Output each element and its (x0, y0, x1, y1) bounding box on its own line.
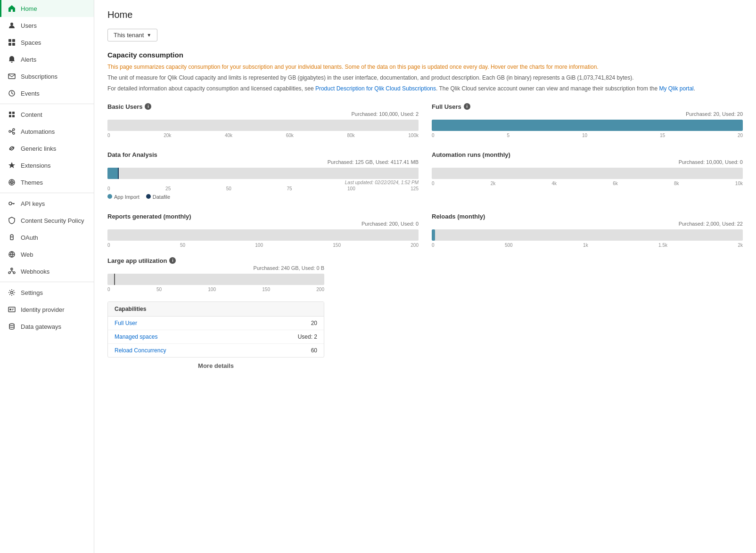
large-app-title: Large app utilization (107, 257, 167, 264)
sidebar-item-extensions[interactable]: Extensions (0, 157, 94, 174)
sidebar-item-alerts[interactable]: Alerts (0, 51, 94, 68)
automation-runs-bar-container (432, 168, 743, 179)
product-description-link[interactable]: Product Description for Qlik Cloud Subsc… (315, 85, 436, 92)
key-icon (8, 199, 16, 208)
idp-icon (8, 305, 16, 314)
sidebar-item-content-security-policy[interactable]: Content Security Policy (0, 212, 94, 229)
sidebar: Home Users Spaces Alerts Subscriptions E… (0, 0, 94, 553)
sidebar-item-subscriptions[interactable]: Subscriptions (0, 68, 94, 85)
cap-managed-spaces-label: Managed spaces (115, 333, 157, 340)
database-icon (8, 322, 16, 331)
basic-users-axis: 020k40k60k80k100k (107, 133, 419, 138)
datafile-legend-label: Datafile (153, 194, 170, 200)
svg-rect-17 (10, 237, 13, 240)
shield-icon (8, 216, 16, 225)
basic-users-chart: Basic Users i Purchased: 100,000, Used: … (107, 103, 419, 138)
sidebar-item-data-gateways[interactable]: Data gateways (0, 318, 94, 335)
sidebar-item-identity-provider[interactable]: Identity provider (0, 301, 94, 318)
oauth-icon (8, 233, 16, 242)
settings-icon (8, 288, 16, 297)
svg-point-22 (11, 292, 13, 294)
reloads-monthly-title: Reloads (monthly) (432, 213, 485, 220)
grid-icon (8, 38, 16, 47)
svg-rect-4 (12, 43, 15, 46)
data-for-analysis-title: Data for Analysis (107, 151, 157, 158)
large-app-info-icon[interactable]: i (169, 257, 176, 264)
chevron-down-icon: ▼ (147, 33, 151, 38)
full-users-info-icon[interactable]: i (464, 103, 470, 110)
data-for-analysis-axis: 0255075100125 (107, 186, 419, 191)
my-qlik-portal-link[interactable]: My Qlik portal (659, 85, 693, 92)
home-icon (8, 4, 16, 13)
reloads-monthly-bar-container (432, 229, 743, 241)
cap-row-managed-spaces: Managed spaces Used: 2 (108, 330, 324, 344)
sidebar-item-users[interactable]: Users (0, 17, 94, 34)
more-details-button[interactable]: More details (107, 358, 324, 374)
datafile-legend-dot (146, 194, 151, 199)
large-app-axis: 050100150200 (107, 287, 324, 292)
data-for-analysis-app-segment (107, 168, 118, 179)
full-users-bar-fill (432, 120, 743, 131)
reloads-monthly-subtitle: Purchased: 2,000, Used: 22 (432, 221, 743, 227)
reports-monthly-chart: Reports generated (monthly) Purchased: 2… (107, 213, 419, 248)
data-for-analysis-empty-segment (119, 168, 419, 179)
basic-users-info-icon[interactable]: i (145, 103, 151, 110)
sidebar-item-themes[interactable]: Themes (0, 174, 94, 191)
large-app-chart: Large app utilization i Purchased: 240 G… (107, 257, 324, 292)
cap-full-user-value: 20 (311, 320, 317, 326)
svg-rect-3 (8, 43, 11, 46)
automation-runs-subtitle: Purchased: 10,000, Used: 0 (432, 159, 743, 165)
tenant-selector-label: This tenant (114, 32, 144, 39)
webhooks-icon (8, 267, 16, 276)
svg-point-25 (9, 324, 14, 325)
reloads-monthly-chart: Reloads (monthly) Purchased: 2,000, Used… (432, 213, 743, 248)
sidebar-item-home[interactable]: Home (0, 0, 94, 17)
sidebar-item-automations[interactable]: Automations (0, 123, 94, 140)
content-icon (8, 110, 16, 119)
info-text-3: For detailed information about capacity … (107, 84, 743, 93)
reports-monthly-subtitle: Purchased: 200, Used: 0 (107, 221, 419, 227)
sidebar-item-events[interactable]: Events (0, 85, 94, 102)
sidebar-item-api-keys[interactable]: API keys (0, 195, 94, 212)
svg-rect-5 (8, 74, 15, 79)
tenant-selector[interactable]: This tenant ▼ (107, 29, 157, 41)
svg-rect-9 (9, 115, 11, 117)
cap-reload-concurrency-label: Reload Concurrency (115, 347, 166, 354)
basic-users-title: Basic Users (107, 103, 142, 110)
reloads-monthly-bar-fill (432, 229, 435, 241)
sidebar-item-spaces[interactable]: Spaces (0, 34, 94, 51)
svg-point-24 (9, 309, 11, 310)
svg-rect-2 (12, 39, 15, 42)
sidebar-item-webhooks[interactable]: Webhooks (0, 263, 94, 280)
full-users-subtitle: Purchased: 20, Used: 20 (432, 111, 743, 117)
svg-rect-8 (12, 112, 15, 114)
large-app-marker (114, 274, 115, 285)
data-for-analysis-bar (107, 168, 419, 179)
data-for-analysis-chart: Data for Analysis Purchased: 125 GB, Use… (107, 151, 419, 200)
sidebar-item-content[interactable]: Content (0, 106, 94, 123)
sidebar-item-oauth[interactable]: OAuth (0, 229, 94, 246)
info-text-2: The unit of measure for Qlik Cloud capac… (107, 73, 743, 82)
capabilities-header: Capabilities (108, 302, 324, 317)
globe-icon (8, 250, 16, 259)
user-icon (8, 21, 16, 30)
svg-point-12 (13, 129, 15, 130)
app-import-legend-dot (107, 194, 112, 199)
automation-runs-chart: Automation runs (monthly) Purchased: 10,… (432, 151, 743, 200)
sidebar-item-web[interactable]: Web (0, 246, 94, 263)
cap-row-reload-concurrency: Reload Concurrency 60 (108, 344, 324, 357)
svg-point-11 (9, 130, 11, 132)
reports-monthly-axis: 050100150200 (107, 243, 419, 248)
cap-full-user-label: Full User (115, 320, 137, 326)
clock-icon (8, 89, 16, 98)
svg-point-13 (13, 132, 15, 134)
sidebar-divider-3 (0, 282, 94, 282)
link-icon (8, 144, 16, 153)
sidebar-item-settings[interactable]: Settings (0, 284, 94, 301)
cap-reload-concurrency-value: 60 (311, 347, 317, 354)
sidebar-item-generic-links[interactable]: Generic links (0, 140, 94, 157)
main-content: Home This tenant ▼ Capacity consumption … (94, 0, 756, 553)
page-title: Home (107, 9, 743, 20)
svg-point-0 (10, 23, 13, 25)
star-icon (8, 161, 16, 170)
